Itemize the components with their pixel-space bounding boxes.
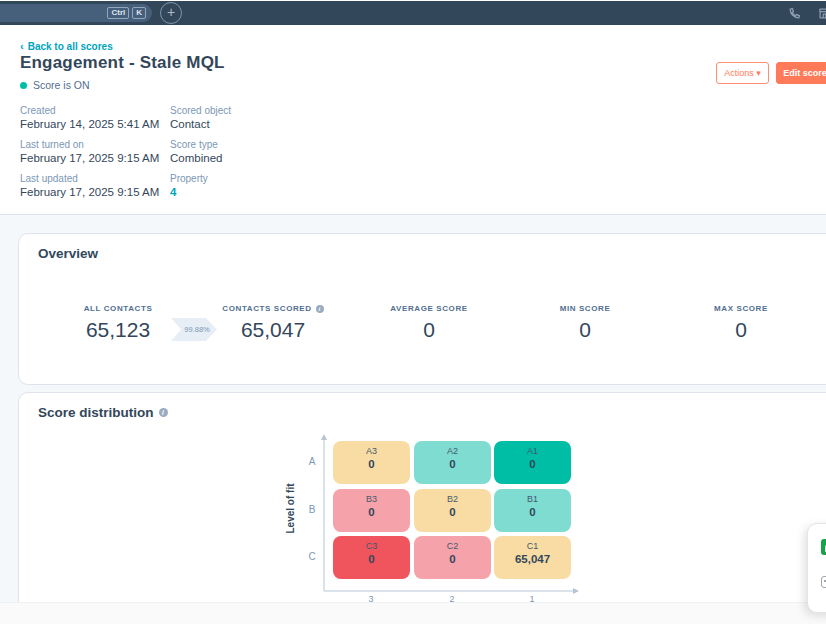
marketplace-icon[interactable] [817, 6, 826, 21]
ctrl-keycap: Ctrl [107, 7, 129, 19]
cell-value: 0 [333, 458, 410, 470]
metric-label: MAX SCORE [666, 304, 816, 313]
secondary-extension-icon[interactable] [821, 576, 826, 588]
create-new-button[interactable]: + [160, 2, 182, 24]
back-link-label: Back to all scores [28, 41, 113, 52]
metric-value: 0 [354, 318, 504, 342]
topbar-icon-group [788, 1, 826, 25]
cell-id: B2 [414, 494, 491, 504]
matrix-cell-a1: A1 0 [494, 441, 571, 484]
actions-button[interactable]: Actions ▾ [716, 62, 769, 84]
metric-value: 0 [666, 318, 816, 342]
meta-label: Last updated [20, 173, 159, 184]
metric-max-score: MAX SCORE 0 [666, 304, 816, 342]
overview-card: Overview ALL CONTACTS 65,123 99.88% CONT… [18, 233, 826, 385]
metric-contacts-scored: CONTACTS SCORED i 65,047 [198, 304, 348, 342]
metric-value: 65,123 [43, 318, 193, 342]
phone-icon[interactable] [788, 7, 801, 20]
k-keycap: K [132, 7, 146, 19]
cell-id: C3 [333, 541, 410, 551]
metric-value: 0 [510, 318, 660, 342]
cell-value: 0 [414, 553, 491, 565]
metric-min-score: MIN SCORE 0 [510, 304, 660, 342]
matrix-cell-a2: A2 0 [414, 441, 491, 484]
matrix-cell-a3: A3 0 [333, 441, 410, 484]
meta-last-updated: Last updated February 17, 2025 9:15 AM [20, 173, 159, 198]
global-search-input[interactable]: Ctrl K [0, 4, 152, 22]
score-distribution-card: Score distribution i Level of fit A B C … [18, 392, 826, 624]
meta-value: February 17, 2025 9:15 AM [20, 152, 159, 164]
cell-id: A2 [414, 446, 491, 456]
matrix-cell-c1: C1 65,047 [494, 536, 571, 579]
cell-value: 0 [494, 458, 571, 470]
metric-all-contacts: ALL CONTACTS 65,123 [43, 304, 193, 342]
distribution-title: Score distribution [38, 405, 154, 420]
meta-score-type: Score type Combined [170, 139, 231, 164]
extension-icon[interactable] [821, 539, 826, 555]
cell-id: C1 [494, 541, 571, 551]
row-label-c: C [303, 551, 321, 562]
cell-value: 0 [414, 506, 491, 518]
meta-last-turned-on: Last turned on February 17, 2025 9:15 AM [20, 139, 159, 164]
back-to-scores-link[interactable]: ‹Back to all scores [20, 40, 113, 52]
chevron-left-icon: ‹ [20, 40, 24, 52]
meta-value: Contact [170, 118, 231, 130]
score-status: Score is ON [20, 79, 90, 91]
edit-score-button[interactable]: Edit score [776, 62, 826, 84]
meta-scored-object: Scored object Contact [170, 105, 231, 130]
meta-label: Scored object [170, 105, 231, 116]
meta-label: Score type [170, 139, 231, 150]
cell-id: B1 [494, 494, 571, 504]
metric-label: MIN SCORE [510, 304, 660, 313]
meta-value: February 17, 2025 9:15 AM [20, 186, 159, 198]
meta-value: Combined [170, 152, 231, 164]
metadata-column-left: Created February 14, 2025 5:41 AM Last t… [20, 105, 159, 207]
meta-property: Property 4 [170, 173, 231, 198]
score-distribution-matrix: Level of fit A B C A3 0 A2 0 A1 0 B3 0 B… [281, 431, 601, 624]
info-icon[interactable]: i [316, 305, 324, 313]
metric-label: CONTACTS SCORED [222, 304, 311, 313]
meta-label: Last turned on [20, 139, 159, 150]
matrix-cell-c3: C3 0 [333, 536, 410, 579]
top-navigation-bar: Ctrl K + [0, 1, 826, 25]
cell-id: A3 [333, 446, 410, 456]
cell-value: 0 [414, 458, 491, 470]
property-count-link[interactable]: 4 [170, 186, 231, 198]
status-on-dot-icon [20, 82, 27, 89]
page-title: Engagement - Stale MQL [20, 53, 225, 73]
matrix-cell-b2: B2 0 [414, 489, 491, 532]
meta-created: Created February 14, 2025 5:41 AM [20, 105, 159, 130]
cell-id: B3 [333, 494, 410, 504]
meta-value: February 14, 2025 5:41 AM [20, 118, 159, 130]
metadata-column-right: Scored object Contact Score type Combine… [170, 105, 231, 207]
extension-popup [807, 523, 826, 613]
row-label-a: A [303, 456, 321, 467]
metric-value: 65,047 [198, 318, 348, 342]
status-label: Score is ON [33, 79, 90, 91]
cell-value: 65,047 [494, 553, 571, 565]
cell-value: 0 [494, 506, 571, 518]
cell-id: C2 [414, 541, 491, 551]
matrix-cell-c2: C2 0 [414, 536, 491, 579]
metric-average-score: AVERAGE SCORE 0 [354, 304, 504, 342]
matrix-cell-b3: B3 0 [333, 489, 410, 532]
info-icon[interactable]: i [159, 408, 168, 417]
cell-value: 0 [333, 553, 410, 565]
y-axis-label: Level of fit [285, 474, 296, 544]
score-detail-header: ‹Back to all scores Engagement - Stale M… [0, 25, 826, 215]
cell-id: A1 [494, 446, 571, 456]
viewport-cutoff-band [0, 602, 826, 624]
cell-value: 0 [333, 506, 410, 518]
metric-label: ALL CONTACTS [43, 304, 193, 313]
meta-label: Property [170, 173, 231, 184]
row-label-b: B [303, 504, 321, 515]
metric-label: AVERAGE SCORE [354, 304, 504, 313]
meta-label: Created [20, 105, 159, 116]
overview-title: Overview [38, 246, 98, 261]
matrix-cell-b1: B1 0 [494, 489, 571, 532]
